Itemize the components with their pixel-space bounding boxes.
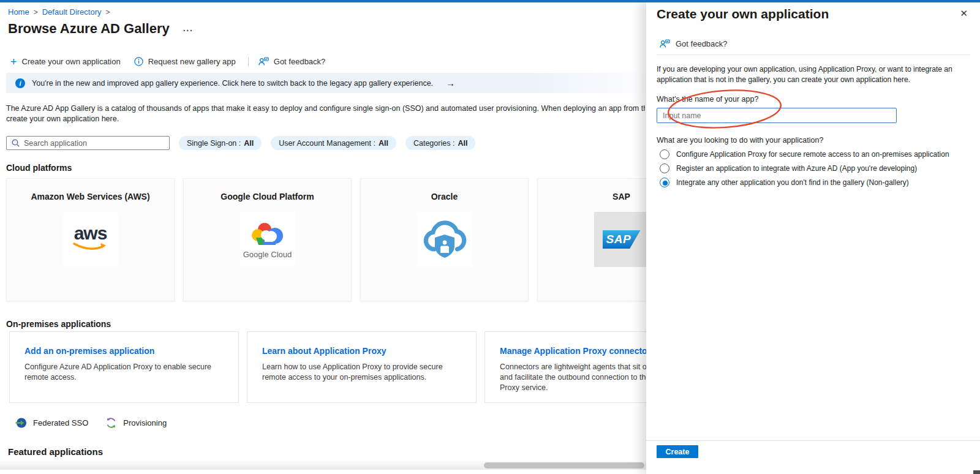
panel-title: Create your own application	[657, 7, 829, 21]
info-icon	[134, 57, 143, 66]
request-new-gallery-app-label: Request new gallery app	[148, 57, 236, 66]
card-link-title[interactable]: Add an on-premises application	[24, 346, 224, 356]
plus-icon: +	[10, 58, 17, 66]
sap-logo-shape: SAP	[603, 230, 641, 249]
card-add-on-premises-application[interactable]: Add an on-premises application Configure…	[9, 331, 239, 403]
gallery-page: Home > Default Directory > Browse Azure …	[0, 2, 646, 474]
panel-got-feedback-button[interactable]: Got feedback?	[660, 39, 728, 48]
breadcrumb-chevron-icon: >	[34, 8, 38, 17]
option-label: Integrate any other application you don'…	[676, 178, 909, 187]
aws-logo-text: aws	[74, 225, 107, 241]
filter-value: All	[244, 139, 254, 148]
aws-smile-icon	[72, 241, 110, 254]
page-title: Browse Azure AD Gallery	[8, 21, 170, 37]
sap-logo-text: SAP	[606, 233, 631, 246]
card-body: Connectors are lightweight agents that s…	[500, 362, 646, 393]
breadcrumb-directory-link[interactable]: Default Directory	[42, 7, 102, 17]
app-name-label: What's the name of your app?	[657, 95, 758, 103]
card-manage-application-proxy-connectors[interactable]: Manage Application Proxy connectors Conn…	[484, 331, 646, 403]
google-cloud-logo: Google Cloud	[240, 212, 295, 267]
feedback-icon	[660, 39, 670, 48]
got-feedback-button[interactable]: Got feedback?	[256, 56, 328, 67]
filter-label: User Account Management :	[279, 139, 375, 148]
option-label: Configure Application Proxy for secure r…	[676, 150, 949, 159]
more-options-icon[interactable]: ···	[183, 22, 194, 36]
app-name-input[interactable]	[657, 108, 897, 123]
command-bar: + Create your own application Request ne…	[8, 56, 328, 67]
cloud-platforms-heading: Cloud platforms	[6, 163, 72, 173]
application-search-box[interactable]	[6, 136, 170, 150]
filter-label: Single Sign-on :	[187, 139, 241, 148]
federated-sso-label: Federated SSO	[33, 418, 88, 427]
close-icon[interactable]: ✕	[960, 8, 968, 19]
radio-unselected-icon[interactable]	[660, 149, 669, 159]
card-learn-about-application-proxy[interactable]: Learn about Application Proxy Learn how …	[247, 331, 477, 403]
panel-divider	[657, 55, 970, 55]
filter-single-sign-on[interactable]: Single Sign-on : All	[179, 136, 262, 150]
create-button[interactable]: Create	[657, 445, 698, 458]
search-filter-row: Single Sign-on : All User Account Manage…	[6, 136, 475, 150]
option-integrate-non-gallery[interactable]: Integrate any other application you don'…	[660, 178, 909, 187]
featured-applications-heading: Featured applications	[8, 446, 103, 457]
page-title-row: Browse Azure AD Gallery ···	[8, 21, 194, 37]
option-configure-application-proxy[interactable]: Configure Application Proxy for secure r…	[660, 149, 949, 159]
radio-selected-icon[interactable]	[660, 178, 669, 187]
request-new-gallery-app-button[interactable]: Request new gallery app	[132, 56, 238, 67]
federated-sso-legend-item: Federated SSO	[15, 417, 88, 429]
radio-unselected-icon[interactable]	[660, 164, 669, 173]
arrow-right-icon[interactable]: →	[446, 78, 455, 88]
gallery-description-line2: create your own application here.	[6, 114, 645, 124]
capability-legend: Federated SSO Provisioning	[15, 417, 167, 429]
google-cloud-wordmark: Google Cloud	[243, 250, 292, 259]
federated-sso-icon	[15, 417, 27, 429]
aws-logo: aws	[63, 212, 118, 267]
card-sap[interactable]: SAP SAP	[537, 178, 646, 301]
card-aws[interactable]: Amazon Web Services (AWS) aws	[6, 178, 175, 301]
card-google-cloud[interactable]: Google Cloud Platform Google Cloud	[183, 178, 352, 301]
card-body: Learn how to use Application Proxy to pr…	[262, 362, 455, 383]
breadcrumb-home-link[interactable]: Home	[8, 7, 29, 17]
create-your-own-application-label: Create your own application	[22, 57, 121, 66]
toolbar-divider	[248, 57, 249, 67]
card-aws-title: Amazon Web Services (AWS)	[7, 192, 174, 201]
card-body: Configure Azure AD Application Proxy to …	[24, 362, 217, 383]
horizontal-scrollbar-track[interactable]	[0, 461, 646, 470]
filter-user-account-management[interactable]: User Account Management : All	[271, 136, 396, 150]
on-premises-cards: Add an on-premises application Configure…	[9, 331, 646, 403]
provisioning-legend-item: Provisioning	[105, 417, 167, 429]
filter-value: All	[379, 139, 388, 148]
panel-description: If you are developing your own applicati…	[657, 64, 967, 85]
provisioning-label: Provisioning	[123, 418, 167, 427]
card-link-title[interactable]: Manage Application Proxy connectors	[500, 346, 646, 356]
oracle-logo	[417, 212, 472, 267]
create-your-own-application-panel: Create your own application ✕ Got feedba…	[646, 0, 980, 474]
breadcrumb: Home > Default Directory >	[8, 7, 110, 17]
filter-categories[interactable]: Categories : All	[405, 136, 475, 150]
search-icon	[12, 139, 20, 147]
new-experience-banner[interactable]: i You're in the new and improved app gal…	[6, 73, 644, 93]
create-your-own-application-button[interactable]: + Create your own application	[8, 56, 123, 67]
google-cloud-icon	[250, 220, 285, 247]
option-register-application[interactable]: Register an application to integrate wit…	[660, 164, 917, 173]
app-purpose-question: What are you looking to do with your app…	[657, 136, 823, 145]
oracle-cloud-shield-icon	[422, 217, 467, 261]
got-feedback-label: Got feedback?	[274, 57, 326, 66]
info-filled-icon: i	[15, 78, 25, 88]
filter-label: Categories :	[413, 139, 454, 148]
card-link-title[interactable]: Learn about Application Proxy	[262, 346, 461, 356]
card-oracle-title: Oracle	[361, 192, 528, 201]
option-label: Register an application to integrate wit…	[676, 164, 917, 173]
provisioning-icon	[105, 417, 117, 429]
portal-top-strip	[0, 0, 980, 2]
on-premises-heading: On-premises applications	[6, 319, 111, 329]
card-sap-title: SAP	[538, 192, 646, 201]
feedback-icon	[258, 57, 269, 66]
card-oracle[interactable]: Oracle	[360, 178, 529, 301]
gallery-description-line1: The Azure AD App Gallery is a catalog of…	[6, 103, 645, 114]
gallery-description: The Azure AD App Gallery is a catalog of…	[6, 103, 645, 124]
panel-footer-divider	[646, 440, 980, 441]
search-input[interactable]	[24, 139, 164, 148]
breadcrumb-chevron-icon: >	[106, 8, 110, 17]
filter-value: All	[458, 139, 467, 148]
horizontal-scrollbar-thumb[interactable]	[484, 462, 644, 468]
